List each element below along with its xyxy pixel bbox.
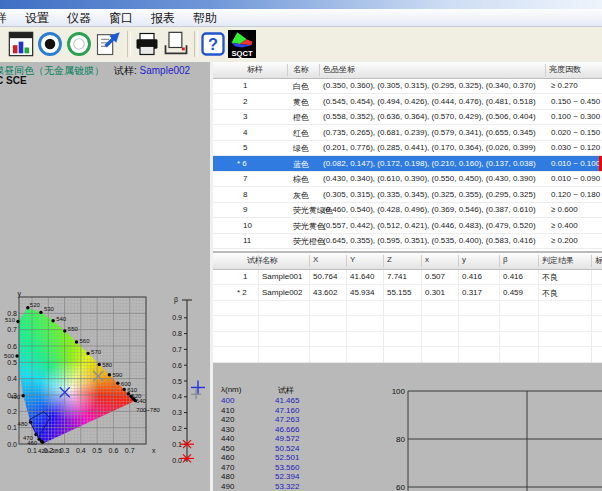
table-row[interactable]: 9荧光黄绿色(0.460, 0.540), (0.428, 0.496), (0… [213,202,602,218]
empty-table-row[interactable] [213,300,602,316]
cell: 4 [243,128,247,137]
spectral-locus-label: 530 [44,306,55,312]
column-header: x [425,255,429,264]
cell: 11 [243,236,251,245]
header-separator [499,255,500,267]
column-header: 标样 [247,64,263,75]
column-header: 色品坐标 [323,64,355,75]
window-titlebar [0,0,602,9]
empty-table-row[interactable] [213,347,602,363]
sqct-logo-icon[interactable]: SQCT [228,30,256,58]
table-row[interactable]: 1白色(0.350, 0.360), (0.305, 0.315), (0.29… [213,78,602,94]
beta-scale: β0.00.10.20.30.40.50.60.70.80.9 [160,292,210,491]
cell: Sample002 [262,288,302,297]
cell: 7 [243,174,247,183]
status-panel: 膜昼间色（无金属镀膜）试样: Sample002 C SCE 0.10.20.3… [0,62,210,491]
cell: 不良 [542,272,558,283]
menu-item-window[interactable]: 窗口 [100,9,142,26]
cell: 0.120 ~ 0.180 [551,190,600,199]
cell: (0.305, 0.315), (0.335, 0.345), (0.325, … [323,190,536,199]
beta-sample-marker [191,380,205,394]
cell: 0.507 [425,272,445,281]
x-tick-label: 0.5 [92,447,102,454]
beta-tick-label: 0.4 [172,393,182,400]
cell: ≥ 0.200 [551,236,578,245]
measure-target-icon[interactable] [36,30,64,58]
y-tick-label: 0.5 [7,359,17,366]
table-row[interactable]: 5绿色(0.201, 0.776), (0.285, 0.441), (0.17… [213,140,602,156]
beta-tick-label: 0.0 [172,457,182,464]
spectral-locus-label: 520 [30,302,41,308]
menu-item-settings[interactable]: 设置 [16,9,58,26]
table-row[interactable]: * 2Sample00243.60245.93455.1550.3010.317… [213,285,602,301]
menu-item-help[interactable]: 帮助 [184,9,226,26]
cell: 9 [243,205,247,214]
svg-text:?: ? [208,35,218,53]
table-row[interactable]: 8灰色(0.305, 0.315), (0.335, 0.345), (0.32… [213,187,602,203]
cell: 0.020 ~ 0.150 [551,128,600,137]
menu-bar: 样设置仪器窗口报表帮助 [0,9,602,27]
column-header: 亮度因数 [549,64,581,75]
cell: ≥ 0.400 [551,221,578,230]
table-row[interactable]: * 6蓝色(0.082, 0.147), (0.172, 0.198), (0.… [213,156,602,172]
menu-item-instrument[interactable]: 仪器 [58,9,100,26]
menu-item-report[interactable]: 报表 [142,9,184,26]
spectral-locus-dot [21,394,24,397]
cell: 0.030 ~ 0.120 [551,143,600,152]
column-header: 名称 [293,64,309,75]
table-row[interactable]: 1Sample00150.76441.6407.7410.5070.4160.4… [213,269,602,285]
spectral-locus-label: 640 [136,398,147,404]
data-panel: 标样名称色品坐标亮度因数1白色(0.350, 0.360), (0.305, 0… [213,62,602,491]
empty-table-row[interactable] [213,331,602,347]
spectral-locus-label: 550 [68,326,79,332]
header-separator [458,255,459,267]
beta-tick-label: 0.3 [172,409,182,416]
print-preview-icon[interactable] [162,30,190,58]
help-icon[interactable]: ? [199,30,227,58]
cell: 棕色 [293,174,309,185]
header-separator [258,255,259,267]
spectral-locus-dot [86,352,89,355]
cell: (0.645, 0.355), (0.595, 0.351), (0.535, … [323,236,536,245]
cell: 蓝色 [293,159,309,170]
beta-tick-label: 0.6 [172,362,182,369]
y-tick-label: 80 [396,435,405,444]
cell: 0.010 ~ 0.100 [551,159,600,168]
y-tick-label: 0.1 [7,424,17,431]
table-row[interactable]: 3橙色(0.558, 0.352), (0.636, 0.364), (0.57… [213,109,602,125]
cell: 黄色 [293,97,309,108]
svg-text:SQCT: SQCT [231,49,252,58]
spectral-locus-label: 700~780 [136,407,160,413]
table-row[interactable]: 2黄色(0.545, 0.454), (0.494, 0.426), (0.44… [213,94,602,110]
report-icon[interactable] [94,30,122,58]
table-row[interactable]: 11荧光橙色(0.645, 0.355), (0.595, 0.351), (0… [213,233,602,249]
cell: * 2 [237,288,247,297]
cell: 55.155 [387,288,411,297]
y-tick-label: 0.7 [7,326,17,333]
table-row[interactable]: 4红色(0.735, 0.265), (0.681, 0.239), (0.57… [213,125,602,141]
table-row[interactable]: 7棕色(0.430, 0.340), (0.610, 0.390), (0.55… [213,171,602,187]
current-sample-name: Sample002 [140,65,191,76]
calibration-icon[interactable] [65,30,93,58]
spectral-locus-label: 480 [18,421,29,427]
empty-table-row[interactable] [213,316,602,332]
cell: 荧光橙色 [293,236,325,247]
statistics-icon[interactable] [7,30,35,58]
table-row[interactable]: 10荧光黄色(0.557, 0.442), (0.512, 0.421), (0… [213,218,602,234]
spectral-locus-dot [97,363,100,366]
y-tick-label: 0.6 [7,343,17,350]
column-header: 标 [595,255,602,266]
cell: ≥ 0.600 [551,205,578,214]
cell: 2 [243,97,247,106]
spectral-locus-label: 560 [79,338,90,344]
beta-scale-canvas: β0.00.10.20.30.40.50.60.70.80.9 [160,292,210,491]
spectral-locus-label: 590 [112,372,123,378]
main-content: 膜昼间色（无金属镀膜）试样: Sample002 C SCE 0.10.20.3… [0,62,602,491]
menu-item-sample[interactable]: 样 [0,9,16,26]
cell: 5 [243,143,247,152]
column-header: Y [350,255,355,264]
cell: 0.317 [462,288,482,297]
cell: * 6 [237,159,247,168]
toolbar: ?SQCT [0,27,602,63]
print-icon[interactable] [133,30,161,58]
